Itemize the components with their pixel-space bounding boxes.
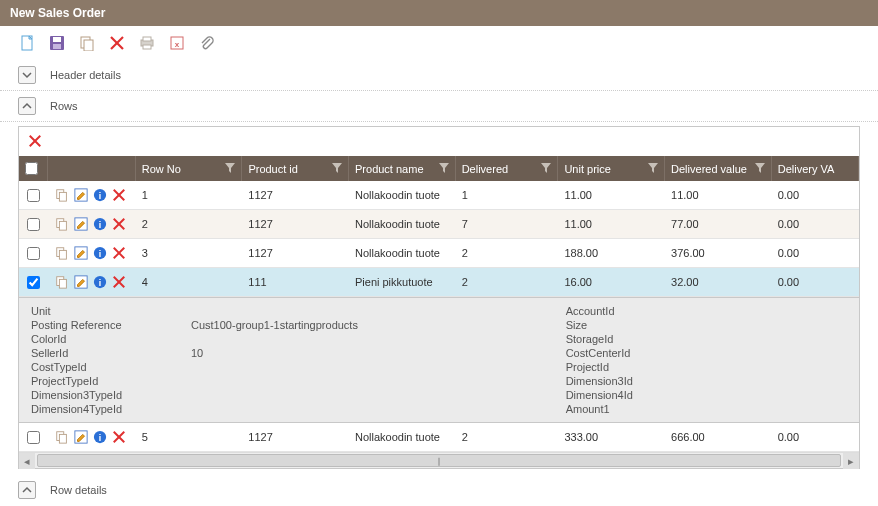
cell-product-id: 1127 — [242, 186, 349, 204]
header-delivered[interactable]: Delivered — [456, 156, 559, 181]
detail-label: Posting Reference — [31, 319, 191, 331]
delete-row-icon[interactable] — [111, 429, 127, 445]
delete-row-icon[interactable] — [27, 133, 43, 149]
rows-grid-panel: Row No Product id Product name Delivered… — [18, 126, 860, 469]
info-row-icon[interactable]: i — [92, 216, 108, 232]
copy-row-icon[interactable] — [54, 216, 70, 232]
export-icon[interactable]: x — [168, 34, 186, 52]
detail-label: Dimension3Id — [566, 375, 726, 387]
edit-row-icon[interactable] — [73, 245, 89, 261]
copy-row-icon[interactable] — [54, 187, 70, 203]
cell-product-id: 1127 — [242, 244, 349, 262]
delete-row-icon[interactable] — [111, 274, 127, 290]
detail-label: CostTypeId — [31, 361, 191, 373]
detail-value: 10 — [191, 347, 566, 359]
header-delivery-va[interactable]: Delivery VA — [772, 156, 859, 181]
info-row-icon[interactable]: i — [92, 245, 108, 261]
copy-row-icon[interactable] — [54, 245, 70, 261]
cell-product-name: Nollakoodin tuote — [349, 215, 456, 233]
svg-rect-45 — [60, 434, 67, 443]
cell-delivered-value: 11.00 — [665, 186, 772, 204]
delete-row-icon[interactable] — [111, 187, 127, 203]
header-product-name[interactable]: Product name — [349, 156, 456, 181]
scroll-left-arrow[interactable]: ◂ — [19, 453, 35, 469]
detail-value — [191, 375, 566, 387]
detail-label: Unit — [31, 305, 191, 317]
edit-row-icon[interactable] — [73, 187, 89, 203]
table-row[interactable]: i 2 1127 Nollakoodin tuote 7 11.00 77.00… — [19, 210, 859, 239]
window-title: New Sales Order — [0, 0, 878, 26]
detail-label: SellerId — [31, 347, 191, 359]
detail-label: Dimension4Id — [566, 389, 726, 401]
header-unit-price[interactable]: Unit price — [558, 156, 665, 181]
info-row-icon[interactable]: i — [92, 274, 108, 290]
svg-rect-4 — [53, 44, 61, 49]
cell-unit-price: 11.00 — [558, 215, 665, 233]
horizontal-scrollbar[interactable]: ◂ ∥ ▸ — [19, 452, 859, 468]
row-checkbox[interactable] — [27, 431, 40, 444]
cell-delivered: 2 — [456, 428, 559, 446]
detail-value — [726, 403, 847, 415]
table-row[interactable]: i 4 111 Pieni pikkutuote 2 16.00 32.00 0… — [19, 268, 859, 297]
cell-product-name: Nollakoodin tuote — [349, 428, 456, 446]
info-row-icon[interactable]: i — [92, 429, 108, 445]
cell-unit-price: 11.00 — [558, 186, 665, 204]
delete-icon[interactable] — [108, 34, 126, 52]
detail-value — [191, 403, 566, 415]
scroll-thumb[interactable]: ∥ — [37, 454, 841, 467]
row-checkbox[interactable] — [27, 276, 40, 289]
info-row-icon[interactable]: i — [92, 187, 108, 203]
svg-text:i: i — [99, 191, 101, 201]
delete-row-icon[interactable] — [111, 216, 127, 232]
header-product-id[interactable]: Product id — [242, 156, 349, 181]
edit-row-icon[interactable] — [73, 216, 89, 232]
attachment-icon[interactable] — [198, 34, 216, 52]
chevron-up-icon[interactable] — [18, 97, 36, 115]
copy-icon[interactable] — [78, 34, 96, 52]
detail-label: ColorId — [31, 333, 191, 345]
filter-icon[interactable] — [225, 163, 235, 175]
header-delivered-value[interactable]: Delivered value — [665, 156, 772, 181]
filter-icon[interactable] — [439, 163, 449, 175]
new-document-icon[interactable] — [18, 34, 36, 52]
row-details-section[interactable]: Row details — [0, 475, 878, 505]
save-icon[interactable] — [48, 34, 66, 52]
delete-row-icon[interactable] — [111, 245, 127, 261]
detail-value — [191, 389, 566, 401]
header-delivery-va-label: Delivery VA — [778, 163, 835, 175]
table-row[interactable]: i 5 1127 Nollakoodin tuote 2 333.00 666.… — [19, 423, 859, 452]
edit-row-icon[interactable] — [73, 274, 89, 290]
print-icon[interactable] — [138, 34, 156, 52]
rows-section-header[interactable]: Rows — [0, 91, 878, 122]
cell-delivered-value: 32.00 — [665, 273, 772, 291]
detail-label: Size — [566, 319, 726, 331]
row-checkbox[interactable] — [27, 247, 40, 260]
row-checkbox[interactable] — [27, 218, 40, 231]
edit-row-icon[interactable] — [73, 429, 89, 445]
cell-delivered-value: 376.00 — [665, 244, 772, 262]
table-row[interactable]: i 1 1127 Nollakoodin tuote 1 11.00 11.00… — [19, 181, 859, 210]
scroll-right-arrow[interactable]: ▸ — [843, 453, 859, 469]
header-actions-col — [48, 156, 135, 181]
svg-text:i: i — [99, 278, 101, 288]
header-row-no[interactable]: Row No — [136, 156, 243, 181]
cell-row-no: 3 — [136, 244, 243, 262]
header-details-section[interactable]: Header details — [0, 60, 878, 91]
filter-icon[interactable] — [755, 163, 765, 175]
table-row[interactable]: i 3 1127 Nollakoodin tuote 2 188.00 376.… — [19, 239, 859, 268]
cell-delivered-value: 666.00 — [665, 428, 772, 446]
chevron-down-icon[interactable] — [18, 66, 36, 84]
filter-icon[interactable] — [332, 163, 342, 175]
chevron-up-icon[interactable] — [18, 481, 36, 499]
copy-row-icon[interactable] — [54, 274, 70, 290]
copy-row-icon[interactable] — [54, 429, 70, 445]
select-all-checkbox[interactable] — [25, 162, 38, 175]
row-checkbox[interactable] — [27, 189, 40, 202]
main-toolbar: x — [0, 26, 878, 60]
grid-body: i 1 1127 Nollakoodin tuote 1 11.00 11.00… — [19, 181, 859, 452]
header-delivered-label: Delivered — [462, 163, 508, 175]
filter-icon[interactable] — [648, 163, 658, 175]
detail-label: Amount1 — [566, 403, 726, 415]
filter-icon[interactable] — [541, 163, 551, 175]
cell-delivery-va: 0.00 — [772, 428, 859, 446]
